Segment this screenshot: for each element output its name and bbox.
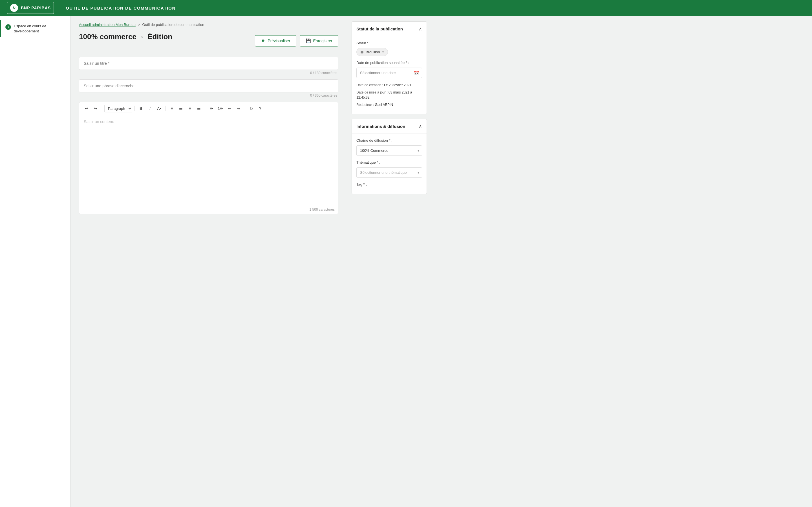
align-right-button[interactable]: ≡ <box>186 105 194 112</box>
toolbar-divider-1 <box>102 106 102 111</box>
date-input-wrapper: 📅 <box>356 68 422 78</box>
creation-label: Date de création : <box>356 83 383 87</box>
align-left-button[interactable]: ≡ <box>168 105 175 112</box>
highlight-icon: A <box>157 106 160 111</box>
diffusion-section: Informations & diffusion ∧ Chaîne de dif… <box>352 119 427 194</box>
outdent-button[interactable]: ⇤ <box>225 105 234 112</box>
right-panel: Statut de la publication ∧ Statut * : Br… <box>347 16 432 507</box>
publication-status-chevron[interactable]: ∧ <box>419 26 422 32</box>
diffusion-title: Informations & diffusion <box>356 124 405 129</box>
bullet-list-button[interactable]: ≡ ▾ <box>207 105 215 112</box>
toolbar-divider-5 <box>245 106 245 111</box>
page-title-arrow: › <box>141 33 143 41</box>
help-button[interactable]: ? <box>256 105 264 112</box>
main-content: Accueil administration Mon Bureau > Outi… <box>70 16 347 507</box>
breadcrumb-current: Outil de publication de communication <box>142 22 204 27</box>
info-icon: ℹ <box>5 24 11 30</box>
toolbar-divider-3 <box>165 106 165 111</box>
justify-button[interactable]: ☰ <box>195 105 203 112</box>
editor-toolbar: ↩ ↪ Paragraph B I A <box>79 102 338 115</box>
breadcrumb-separator: > <box>138 22 140 27</box>
sidebar-item-label: Espace en cours de développement <box>14 24 66 34</box>
status-badge[interactable]: Brouillon ▾ <box>356 48 388 56</box>
status-value: Brouillon <box>366 50 380 54</box>
date-input[interactable] <box>356 68 422 78</box>
save-button[interactable]: 💾 Enregistrer <box>300 35 338 47</box>
logo: ↻ BNP PARIBAS <box>7 2 54 14</box>
save-icon: 💾 <box>306 38 311 43</box>
highlight-button[interactable]: A ▾ <box>155 105 163 112</box>
author-info: Rédacteur : Gael ARPIN <box>356 102 422 107</box>
title-input[interactable] <box>84 61 334 66</box>
page-title: 100% commerce › Édition <box>79 33 172 41</box>
publication-status-title: Statut de la publication <box>356 26 403 31</box>
chaine-select-wrapper: 100% Commerce ▾ <box>356 145 422 156</box>
calendar-icon: 📅 <box>414 70 419 75</box>
header: ↻ BNP PARIBAS OUTIL DE PUBLICATION DE CO… <box>0 0 812 16</box>
creation-info: Date de création : Le 28 février 2021 <box>356 82 422 88</box>
creation-value: Le 28 février 2021 <box>384 83 411 87</box>
update-info: Date de mise à jour : 03 mars 2021 à 12:… <box>356 90 422 100</box>
chaine-label: Chaîne de diffusion * : <box>356 138 422 143</box>
thematique-label: Thématique * : <box>356 160 422 165</box>
status-dropdown-arrow: ▾ <box>382 50 384 54</box>
date-pub-label: Date de publication souhaitée * : <box>356 61 422 65</box>
ordered-list-button[interactable]: 1≡ ▾ <box>216 105 224 112</box>
sidebar-item-espace[interactable]: ℹ Espace en cours de développement <box>0 20 70 37</box>
preview-label: Prévisualiser <box>267 39 290 43</box>
indent-button[interactable]: ⇥ <box>235 105 243 112</box>
source-button[interactable]: Tx <box>247 105 255 112</box>
align-center-button[interactable]: ☰ <box>177 105 185 112</box>
title-field-wrapper <box>79 57 338 70</box>
publication-status-header: Statut de la publication ∧ <box>352 22 426 36</box>
editor-placeholder: Saisir un contenu <box>84 119 114 124</box>
bold-button[interactable]: B <box>137 105 145 112</box>
tag-label: Tag * : <box>356 182 422 186</box>
page-title-section: 100% commerce <box>79 33 137 41</box>
author-value: Gael ARPIN <box>375 103 393 107</box>
author-label: Rédacteur : <box>356 103 374 107</box>
redo-button[interactable]: ↪ <box>92 105 100 112</box>
logo-icon: ↻ <box>10 4 18 12</box>
preview-icon: 👁 <box>261 38 265 43</box>
breadcrumb-link[interactable]: Accueil administration Mon Bureau <box>79 22 136 27</box>
thematique-select-wrapper: Sélectionner une thématique ▾ <box>356 167 422 178</box>
toolbar-divider-2 <box>135 106 135 111</box>
update-label: Date de mise à jour : <box>356 91 388 94</box>
publication-status-section: Statut de la publication ∧ Statut * : Br… <box>352 21 427 114</box>
breadcrumb: Accueil administration Mon Bureau > Outi… <box>79 22 338 27</box>
diffusion-header: Informations & diffusion ∧ <box>352 119 426 134</box>
header-divider <box>60 4 60 12</box>
status-dot <box>361 51 363 54</box>
header-title: OUTIL DE PUBLICATION DE COMMUNICATION <box>66 6 175 10</box>
content-char-count: 1 500 caractères <box>79 205 338 214</box>
highlight-arrow: ▾ <box>160 107 161 110</box>
publication-status-body: Statut * : Brouillon ▾ Date de publicati… <box>352 36 426 114</box>
preview-button[interactable]: 👁 Prévisualiser <box>255 35 296 47</box>
layout: ℹ Espace en cours de développement Accue… <box>0 16 812 507</box>
undo-button[interactable]: ↩ <box>83 105 91 112</box>
page-title-page: Édition <box>147 33 172 41</box>
title-char-count: 0 / 180 caractères <box>79 71 338 75</box>
accroche-field-wrapper <box>79 79 338 93</box>
chaine-select[interactable]: 100% Commerce <box>356 145 422 156</box>
paragraph-select[interactable]: Paragraph <box>104 105 132 112</box>
diffusion-chevron[interactable]: ∧ <box>419 124 422 129</box>
italic-button[interactable]: I <box>146 105 154 112</box>
toolbar-divider-4 <box>205 106 205 111</box>
accroche-input[interactable] <box>84 83 334 88</box>
page-title-row: 100% commerce › Édition 👁 Prévisualiser … <box>79 33 338 49</box>
thematique-select[interactable]: Sélectionner une thématique <box>356 167 422 178</box>
sidebar: ℹ Espace en cours de développement <box>0 16 70 507</box>
editor: ↩ ↪ Paragraph B I A <box>79 102 338 214</box>
logo-text: BNP PARIBAS <box>21 6 51 10</box>
save-label: Enregistrer <box>313 39 333 43</box>
accroche-char-count: 0 / 360 caractères <box>79 94 338 98</box>
editor-body[interactable]: Saisir un contenu <box>79 115 338 205</box>
statut-label: Statut * : <box>356 41 422 45</box>
diffusion-body: Chaîne de diffusion * : 100% Commerce ▾ … <box>352 134 426 194</box>
